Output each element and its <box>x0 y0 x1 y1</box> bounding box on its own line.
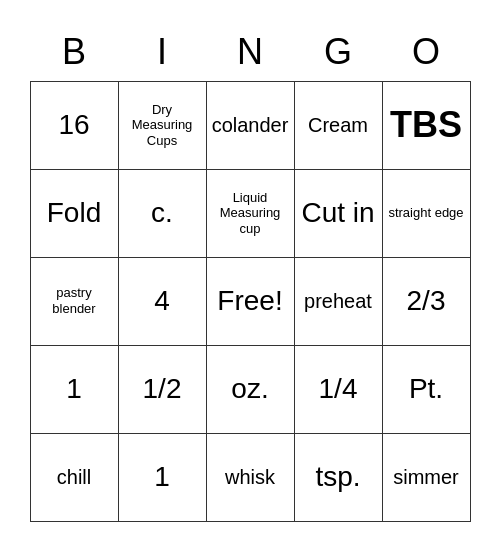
cell-r0-c4: TBS <box>382 81 470 169</box>
letter-n: N <box>206 31 294 73</box>
cell-r3-c0: 1 <box>30 345 118 433</box>
cell-r1-c1: c. <box>118 169 206 257</box>
bingo-header: B I N G O <box>30 23 470 81</box>
cell-r1-c4: straight edge <box>382 169 470 257</box>
cell-r0-c2: colander <box>206 81 294 169</box>
cell-r4-c1: 1 <box>118 433 206 521</box>
cell-r2-c4: 2/3 <box>382 257 470 345</box>
cell-r3-c4: Pt. <box>382 345 470 433</box>
letter-g: G <box>294 31 382 73</box>
cell-r3-c3: 1/4 <box>294 345 382 433</box>
cell-r2-c2: Free! <box>206 257 294 345</box>
cell-r0-c0: 16 <box>30 81 118 169</box>
cell-r4-c0: chill <box>30 433 118 521</box>
cell-r1-c2: Liquid Measuring cup <box>206 169 294 257</box>
cell-r3-c2: oz. <box>206 345 294 433</box>
letter-o: O <box>382 31 470 73</box>
cell-r4-c2: whisk <box>206 433 294 521</box>
cell-r1-c0: Fold <box>30 169 118 257</box>
cell-r2-c0: pastry blender <box>30 257 118 345</box>
cell-r4-c3: tsp. <box>294 433 382 521</box>
letter-i: I <box>118 31 206 73</box>
cell-r3-c1: 1/2 <box>118 345 206 433</box>
letter-b: B <box>30 31 118 73</box>
cell-r4-c4: simmer <box>382 433 470 521</box>
cell-r0-c3: Cream <box>294 81 382 169</box>
cell-r0-c1: Dry Measuring Cups <box>118 81 206 169</box>
bingo-grid: 16Dry Measuring CupscolanderCreamTBSFold… <box>30 81 471 522</box>
cell-r1-c3: Cut in <box>294 169 382 257</box>
cell-r2-c3: preheat <box>294 257 382 345</box>
cell-r2-c1: 4 <box>118 257 206 345</box>
